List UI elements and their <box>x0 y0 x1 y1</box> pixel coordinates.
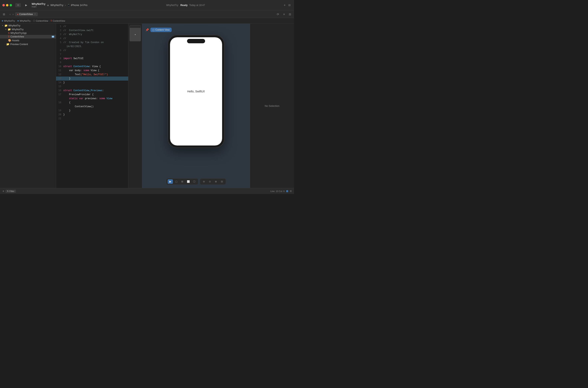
active-tab[interactable]: ● ContentView ✕ <box>15 12 38 16</box>
code-line: 3 // WhyNotTry <box>56 32 128 36</box>
zoom-fit-button[interactable]: ⊙ <box>207 179 212 184</box>
device-variants-button[interactable]: ⬜ <box>186 179 191 184</box>
grid-multi-button[interactable]: ⊞ <box>180 179 185 184</box>
inspector-panel: No Selection <box>250 24 294 188</box>
assets-icon: 🎨 <box>8 39 11 42</box>
sidebar: ▼ 📁 WhyNotTry ▼ 📁 WhyNotTry S WhyNotTryA… <box>0 24 56 188</box>
swift-icon: S <box>8 32 10 34</box>
preview-strip: ■ <box>128 24 142 188</box>
code-line: 11 var body: some View { <box>56 69 128 73</box>
breadcrumb-project[interactable]: WhyNotTry <box>4 20 15 22</box>
code-area[interactable]: 1 // 2 // ContentView.swift 3 // WhyNotT… <box>56 24 128 188</box>
plus-button[interactable]: + <box>284 3 286 7</box>
content-view-button[interactable]: ▢ Content View <box>150 28 172 32</box>
project-branch: main <box>32 5 36 8</box>
project-info: WhyNotTry main <box>32 2 45 8</box>
toolbar: ⊞ ‹ › ● ContentView ✕ ⟳ ≡ ⊟ <box>0 10 294 18</box>
code-line: 15 <box>56 85 128 89</box>
minimize-button[interactable] <box>6 4 8 6</box>
sidebar-item-whynottry-group[interactable]: ▼ 📁 WhyNotTry <box>0 27 56 31</box>
maximize-button[interactable] <box>10 4 12 6</box>
thumb-header <box>130 25 141 28</box>
device-selector[interactable]: 📱 iPhone 14 Pro <box>67 4 87 7</box>
nav-back-button[interactable]: ‹ <box>9 12 11 16</box>
preview-toolbar: ▶ ▢ ⊞ ⬜ ⓘ ⊖ ⊙ ⊕ ⊟ <box>166 178 226 185</box>
status-indicator <box>286 190 288 192</box>
grid-single-button[interactable]: ▢ <box>174 179 179 184</box>
expand-icon[interactable]: ⊟ <box>290 190 292 193</box>
zoom-reset-button[interactable]: ⊟ <box>219 179 225 184</box>
split-editor-icon[interactable]: ⊟ <box>288 12 293 17</box>
play-preview-button[interactable]: ▶ <box>168 179 173 184</box>
sidebar-item-label: WhyNotTryApp <box>10 32 27 34</box>
sidebar-item-preview-content[interactable]: › 📁 Preview Content <box>0 42 56 46</box>
code-line: 16 struct ContentView_Previews: <box>56 89 128 93</box>
no-selection-label: No Selection <box>265 104 280 107</box>
run-button[interactable]: ▶ <box>24 3 28 7</box>
status-ready: Ready <box>181 4 188 7</box>
status-bar-bottom: + ⇅ Filter Line: 13 Col: 6 ⊟ <box>0 188 294 194</box>
code-line: 12 Text("Hello, SwiftUI!") <box>56 73 128 76</box>
preview-header: 📌 ▢ Content View <box>142 28 172 32</box>
code-line: 8 import SwiftUI <box>56 56 128 61</box>
sidebar-item-label: Preview Content <box>10 43 28 46</box>
preview-hello-text: Hello, SwiftUI! <box>187 90 205 93</box>
layout-buttons: ⊞ <box>1 12 6 17</box>
sidebar-item-contentview[interactable]: S ContentView M <box>0 35 56 39</box>
main-layout: ▼ 📁 WhyNotTry ▼ 📁 WhyNotTry S WhyNotTryA… <box>0 24 294 188</box>
modified-badge: M <box>52 36 54 38</box>
tab-label: ContentView <box>19 13 33 16</box>
status-left: + ⇅ Filter <box>2 189 16 193</box>
breadcrumb-folder-icon: ◈ <box>17 20 19 22</box>
split-view-button[interactable]: ⊟ <box>287 3 292 7</box>
code-line: 6 // <box>56 48 128 52</box>
breadcrumb-struct[interactable]: ContentView <box>53 20 65 22</box>
cv-icon: ▢ <box>152 29 154 31</box>
title-bar: ⊟ ▶ WhyNotTry main ◈ WhyNotTry › 📱 iPhon… <box>0 0 294 10</box>
swift-icon: ● <box>17 13 19 15</box>
code-line-highlighted: 13 } <box>56 76 128 81</box>
preview-thumb[interactable]: ■ <box>130 25 141 41</box>
sidebar-toggle-button[interactable]: ⊟ <box>15 3 21 7</box>
add-file-button[interactable]: + <box>2 189 4 193</box>
breadcrumb-sep1: › <box>16 20 17 22</box>
thumb-body: ■ <box>130 28 141 41</box>
folder-icon: 📁 <box>4 24 8 27</box>
code-editor[interactable]: 1 // 2 // ContentView.swift 3 // WhyNotT… <box>56 24 128 188</box>
sidebar-item-label: WhyNotTry <box>12 28 24 31</box>
toolbar-left: ⊞ ‹ › ● ContentView ✕ <box>1 12 38 17</box>
breadcrumb-file[interactable]: ContentView <box>36 20 48 22</box>
code-line: 21 <box>56 117 128 121</box>
zoom-out-button[interactable]: ⊖ <box>201 179 206 184</box>
inspect-icon[interactable]: ≡ <box>282 12 286 17</box>
zoom-in-button[interactable]: ⊕ <box>213 179 219 184</box>
breadcrumb-group[interactable]: WhyNotTry <box>20 20 31 22</box>
refresh-icon[interactable]: ⟳ <box>275 12 280 17</box>
sidebar-item-label: Assets <box>12 39 19 42</box>
swift-icon: S <box>8 35 10 38</box>
sidebar-item-app[interactable]: S WhyNotTryApp <box>0 31 56 35</box>
code-line: 10 struct ContentView: View { <box>56 65 128 69</box>
code-line: ContentView() <box>56 105 128 109</box>
project-name: WhyNotTry <box>32 2 45 5</box>
nav-forward-button[interactable]: › <box>12 12 14 16</box>
filter-button[interactable]: ⇅ Filter <box>5 190 16 193</box>
code-line: 2 // ContentView.swift <box>56 28 128 32</box>
folder-icon: 📁 <box>8 28 11 31</box>
swift-icon-title: ◈ <box>47 4 49 7</box>
nav-buttons: ‹ › <box>9 12 14 16</box>
code-line: 19 } <box>56 109 128 113</box>
sidebar-item-assets[interactable]: 🎨 Assets <box>0 39 56 42</box>
breadcrumb-swift-icon: S <box>50 20 52 22</box>
pin-icon[interactable]: 📌 <box>145 28 149 31</box>
sidebar-item-whynottry-root[interactable]: ▼ 📁 WhyNotTry <box>0 24 56 27</box>
breadcrumb-sep2: › <box>31 20 32 22</box>
info-button[interactable]: ⓘ <box>192 179 197 184</box>
close-tab-icon[interactable]: ✕ <box>34 13 36 15</box>
content-view-label: Content View <box>156 28 170 31</box>
filter-label: Filter <box>9 190 14 193</box>
grid-layout-button[interactable]: ⊞ <box>1 12 6 17</box>
breadcrumb-file-icon: ⬡ <box>33 20 35 22</box>
close-button[interactable] <box>2 4 5 6</box>
breadcrumb-sep3: › <box>49 20 50 22</box>
